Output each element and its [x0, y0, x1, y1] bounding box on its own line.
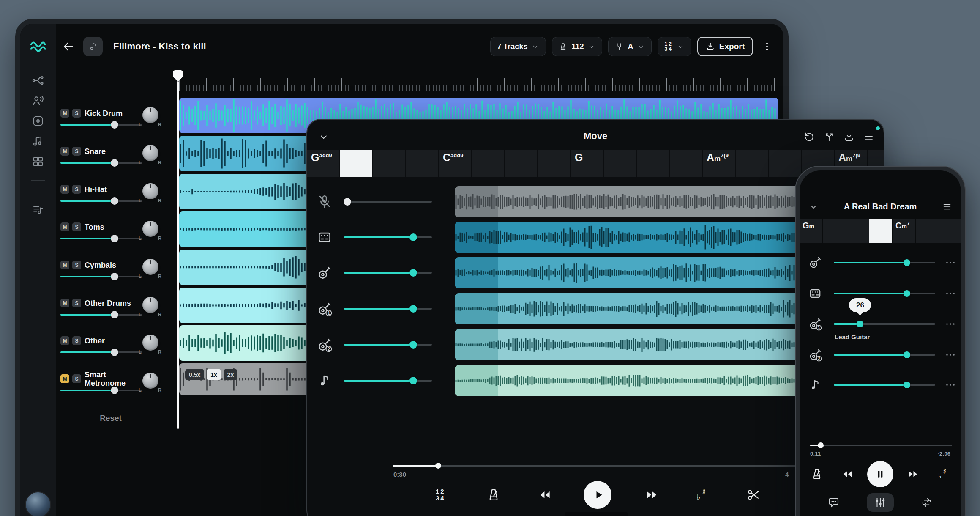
track-volume-slider[interactable]	[60, 162, 142, 164]
track-volume-slider[interactable]	[60, 276, 142, 277]
timesig-dropdown[interactable]: 12 34	[658, 37, 691, 56]
mute-button[interactable]: M	[60, 261, 69, 269]
track-volume-slider[interactable]	[60, 124, 142, 126]
speed-option[interactable]: 2x	[224, 369, 238, 380]
pan-knob[interactable]	[142, 335, 158, 351]
solo-button[interactable]: S	[72, 261, 81, 269]
pan-left-label: L	[139, 349, 142, 354]
slider-fill	[60, 238, 115, 239]
mute-button[interactable]: M	[60, 374, 69, 383]
bpm-value: 112	[571, 42, 584, 51]
solo-button[interactable]: S	[72, 336, 81, 345]
playback-speed-options: 0.5x1x2x	[185, 369, 237, 380]
slider-knob[interactable]	[111, 159, 118, 167]
track-name: Hi-Hat	[85, 185, 149, 194]
phone-tabs	[800, 170, 961, 516]
key-dropdown[interactable]: A	[608, 37, 652, 56]
mute-button[interactable]: M	[60, 185, 69, 194]
track-volume-slider[interactable]	[60, 314, 142, 316]
pan-right-label: R	[158, 274, 161, 279]
timesig-bottom: 34	[664, 47, 672, 52]
play-icon	[592, 489, 605, 501]
pan-left-label: L	[139, 387, 142, 392]
speed-option[interactable]: 0.5x	[185, 369, 204, 380]
track-name: Kick Drum	[85, 109, 149, 118]
phone-screen: A Real Bad Dream GmCm7 126Lead Guitar2 0…	[800, 170, 961, 516]
voice-icon[interactable]	[32, 94, 44, 107]
flow-icon[interactable]	[32, 74, 44, 87]
slider-knob[interactable]	[111, 387, 118, 394]
tab-lyrics[interactable]	[827, 496, 840, 509]
chevron-down-icon	[587, 43, 595, 51]
metronome-icon	[559, 42, 568, 51]
pan-right-label: R	[158, 387, 161, 392]
track-name: Toms	[85, 223, 149, 231]
timesig-button[interactable]: 1234	[436, 488, 445, 502]
slider-fill	[60, 124, 115, 126]
solo-button[interactable]: S	[72, 299, 81, 307]
stems-icon[interactable]	[32, 115, 44, 127]
tab-loop[interactable]	[920, 496, 933, 509]
slider-fill	[60, 314, 115, 316]
export-button[interactable]: Export	[697, 37, 753, 56]
playlist-icon[interactable]	[32, 203, 44, 216]
reset-button[interactable]: Reset	[73, 414, 149, 423]
timesig-value: 12 34	[664, 41, 672, 52]
slider-knob[interactable]	[111, 349, 118, 356]
track-volume-slider[interactable]	[60, 200, 142, 202]
tab-mixer[interactable]	[874, 496, 887, 509]
moises-logo-icon	[29, 38, 47, 55]
track-volume-slider[interactable]	[60, 390, 142, 391]
pan-left-label: L	[139, 160, 142, 165]
back-button[interactable]	[61, 40, 75, 53]
slider-knob[interactable]	[111, 121, 118, 129]
pan-knob[interactable]	[142, 259, 158, 275]
solo-button[interactable]: S	[72, 109, 81, 118]
metronome-button[interactable]	[486, 488, 501, 502]
slider-knob[interactable]	[111, 273, 118, 280]
pan-right-label: R	[158, 312, 161, 317]
pan-knob[interactable]	[142, 373, 158, 389]
pan-knob[interactable]	[142, 297, 158, 313]
track-volume-slider[interactable]	[60, 238, 142, 239]
play-button[interactable]	[584, 481, 611, 509]
mute-button[interactable]: M	[60, 147, 69, 156]
bpm-dropdown[interactable]: 112	[552, 37, 602, 56]
download-icon	[706, 42, 715, 51]
solo-button[interactable]: S	[72, 374, 81, 383]
solo-button[interactable]: S	[72, 147, 81, 156]
apps-icon[interactable]	[32, 155, 44, 168]
pitch-button[interactable]: ♭♯	[695, 488, 709, 502]
slider-fill	[60, 351, 115, 353]
tracks-dropdown[interactable]: 7 Tracks	[490, 37, 546, 56]
slider-knob[interactable]	[111, 235, 118, 242]
trim-button[interactable]	[746, 488, 761, 502]
mute-button[interactable]: M	[60, 109, 69, 118]
solo-button[interactable]: S	[72, 185, 81, 194]
timeline-ruler[interactable]	[179, 68, 778, 91]
sidebar-divider	[31, 180, 45, 181]
sidebar-nav-secondary	[32, 203, 44, 216]
user-avatar[interactable]	[26, 492, 50, 516]
forward-button[interactable]	[645, 488, 659, 502]
mute-button[interactable]: M	[60, 336, 69, 345]
chords-icon[interactable]	[32, 135, 44, 148]
pan-knob[interactable]	[142, 107, 158, 123]
track-volume-slider[interactable]	[60, 351, 142, 353]
page-title: Fillmore - Kiss to kill	[113, 41, 206, 52]
sidebar-nav	[32, 74, 44, 168]
rewind-button[interactable]	[538, 488, 552, 502]
mute-button[interactable]: M	[60, 299, 69, 307]
more-options-button[interactable]	[762, 41, 773, 52]
pan-knob[interactable]	[142, 145, 158, 161]
slider-knob[interactable]	[111, 311, 118, 318]
solo-button[interactable]: S	[72, 222, 81, 231]
mute-button[interactable]: M	[60, 222, 69, 231]
pan-knob[interactable]	[142, 221, 158, 237]
speed-option[interactable]: 1x	[207, 369, 221, 380]
pan-knob[interactable]	[142, 183, 158, 199]
music-note-icon	[87, 41, 98, 52]
slider-fill	[60, 390, 115, 391]
export-label: Export	[719, 42, 745, 51]
slider-knob[interactable]	[111, 197, 118, 205]
